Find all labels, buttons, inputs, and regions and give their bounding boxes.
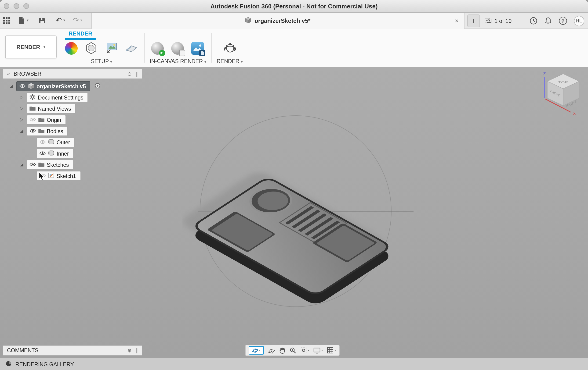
document-tab[interactable]: organizerSketch v5* × xyxy=(91,13,464,29)
pan-icon[interactable] xyxy=(279,347,285,354)
browser-item-document-settings[interactable]: Document Settings xyxy=(27,92,88,102)
browser-panel: « BROWSER ⊖ ∥ ◢ organizerSketch v5 xyxy=(3,69,142,186)
look-at-icon[interactable] xyxy=(268,347,275,353)
new-tab-button[interactable]: + xyxy=(467,14,480,27)
browser-item-origin[interactable]: Origin xyxy=(27,115,66,125)
browser-item-root[interactable]: organizerSketch v5 xyxy=(16,81,91,91)
eye-off-icon[interactable] xyxy=(39,140,46,145)
appearance-icon[interactable] xyxy=(64,41,78,55)
folder-icon xyxy=(38,128,44,134)
workspace-selector[interactable]: RENDER ▾ xyxy=(5,36,57,58)
viewcube-top-face[interactable]: TOP xyxy=(558,81,568,84)
viewport-canvas[interactable]: Z X TOP FRONT RIGHT « BROWSER ⊖ ∥ ◢ xyxy=(0,67,588,358)
avatar[interactable]: HL xyxy=(574,16,584,26)
document-cube-icon xyxy=(28,82,34,90)
document-cube-icon xyxy=(245,17,252,25)
browser-item-label: Sketches xyxy=(47,162,69,168)
eye-off-icon[interactable] xyxy=(30,117,36,123)
eye-icon[interactable] xyxy=(30,128,36,134)
setup-dropdown[interactable]: SETUP ▾ xyxy=(64,58,139,64)
save-icon[interactable] xyxy=(39,17,45,24)
expander-expanded-icon[interactable]: ◢ xyxy=(19,163,25,167)
z-axis-label: Z xyxy=(543,71,546,76)
grid-snaps-icon[interactable]: ▾ xyxy=(327,347,336,354)
group-separator xyxy=(211,33,212,63)
texture-map-icon[interactable] xyxy=(104,41,118,55)
render-teapot-icon[interactable] xyxy=(222,41,238,55)
expander-collapsed-icon[interactable]: ▷ xyxy=(19,118,25,122)
browser-item-label: organizerSketch v5 xyxy=(36,83,86,89)
panel-collapse-icon[interactable]: « xyxy=(7,71,10,76)
comments-panel[interactable]: COMMENTS ⊕ ∥ xyxy=(3,345,142,356)
activate-component-icon[interactable] xyxy=(95,82,101,90)
eye-icon[interactable] xyxy=(19,83,26,89)
browser-item-label: Origin xyxy=(47,117,61,123)
rendering-gallery-label[interactable]: RENDERING GALLERY xyxy=(15,361,74,367)
browser-item-bodies[interactable]: Bodies xyxy=(27,126,68,136)
dropdown-caret-icon: ▾ xyxy=(308,349,309,352)
help-icon[interactable]: ? xyxy=(559,17,567,25)
x-axis-label: X xyxy=(573,111,576,116)
orbit-button[interactable]: ▾ xyxy=(249,346,264,355)
body-icon xyxy=(48,150,54,157)
browser-item-inner[interactable]: Inner xyxy=(36,149,74,158)
render-dropdown[interactable]: RENDER ▾ xyxy=(213,58,247,64)
browser-item-outer[interactable]: Outer xyxy=(36,137,75,147)
dropdown-caret-icon: ▾ xyxy=(335,349,336,352)
apps-grid-icon[interactable] xyxy=(3,17,10,24)
active-tab-underline xyxy=(65,38,96,40)
in-canvas-render-dropdown[interactable]: IN-CANVAS RENDER ▾ xyxy=(144,58,212,64)
tab-render[interactable]: RENDER xyxy=(65,30,96,38)
body-icon xyxy=(48,139,54,146)
zoom-icon[interactable] xyxy=(290,347,296,354)
folder-icon xyxy=(30,106,36,111)
application-toolbar: ▾ ↶ ▾ ↷ ▾ organizerSketch v5* × + 1 of 1… xyxy=(0,13,588,29)
scene-settings-icon[interactable] xyxy=(84,41,98,55)
job-status[interactable]: 1 of 10 xyxy=(485,13,512,29)
model-3d[interactable] xyxy=(182,163,407,318)
dropdown-caret-icon[interactable]: ▾ xyxy=(80,19,82,22)
display-filter-icon[interactable]: ⊖ xyxy=(127,71,132,76)
in-canvas-render-icon[interactable]: ▶ xyxy=(150,41,164,55)
render-jobs-icon xyxy=(485,17,492,25)
browser-row-root: ◢ organizerSketch v5 xyxy=(8,81,101,91)
browser-header: « BROWSER ⊖ ∥ xyxy=(3,69,142,79)
orbit-icon xyxy=(252,347,258,353)
navigation-bar: ▾ ▾ ▾ ▾ xyxy=(245,345,340,356)
in-canvas-render-settings-icon[interactable] xyxy=(170,41,184,55)
browser-item-label: Document Settings xyxy=(38,95,83,100)
redo-icon[interactable]: ↷ xyxy=(73,17,79,24)
display-settings-icon[interactable]: ▾ xyxy=(314,347,323,353)
browser-item-sketches[interactable]: Sketches xyxy=(27,160,74,170)
add-comment-icon[interactable]: ⊕ xyxy=(127,348,132,353)
comments-title: COMMENTS xyxy=(7,348,38,353)
eye-icon[interactable] xyxy=(30,162,36,168)
clock-history-icon[interactable] xyxy=(530,17,537,25)
browser-item-label: Named Views xyxy=(38,106,71,111)
capture-image-icon[interactable] xyxy=(190,41,204,55)
panel-grip-icon[interactable]: ∥ xyxy=(136,71,138,76)
dropdown-caret-icon[interactable]: ▾ xyxy=(27,19,29,22)
close-tab-icon[interactable]: × xyxy=(455,13,458,29)
expander-collapsed-icon[interactable]: ▷ xyxy=(19,107,25,111)
notifications-bell-icon[interactable] xyxy=(545,17,552,25)
window-title: Autodesk Fusion 360 (Personal - Not for … xyxy=(0,0,588,13)
folder-icon xyxy=(38,117,44,123)
dropdown-caret-icon[interactable]: ▾ xyxy=(63,19,65,22)
file-menu-icon[interactable] xyxy=(19,17,25,24)
decal-icon[interactable] xyxy=(125,41,138,55)
expander-collapsed-icon[interactable]: ▷ xyxy=(19,95,25,100)
browser-row-named-views: ▷ Named Views xyxy=(19,104,76,113)
eye-icon[interactable] xyxy=(39,151,46,156)
view-cube[interactable]: Z X TOP FRONT RIGHT xyxy=(538,71,587,118)
sketch-icon xyxy=(48,172,54,180)
fit-icon[interactable]: ▾ xyxy=(300,347,309,354)
undo-icon[interactable]: ↶ xyxy=(56,17,62,24)
job-status-count: 1 of 10 xyxy=(494,18,512,24)
panel-grip-icon[interactable]: ∥ xyxy=(136,348,138,353)
browser-item-named-views[interactable]: Named Views xyxy=(27,104,76,113)
browser-row-outer: Outer xyxy=(36,137,75,147)
expander-expanded-icon[interactable]: ◢ xyxy=(8,84,14,88)
expander-expanded-icon[interactable]: ◢ xyxy=(19,129,25,133)
fusion360-window: Autodesk Fusion 360 (Personal - Not for … xyxy=(0,0,588,370)
